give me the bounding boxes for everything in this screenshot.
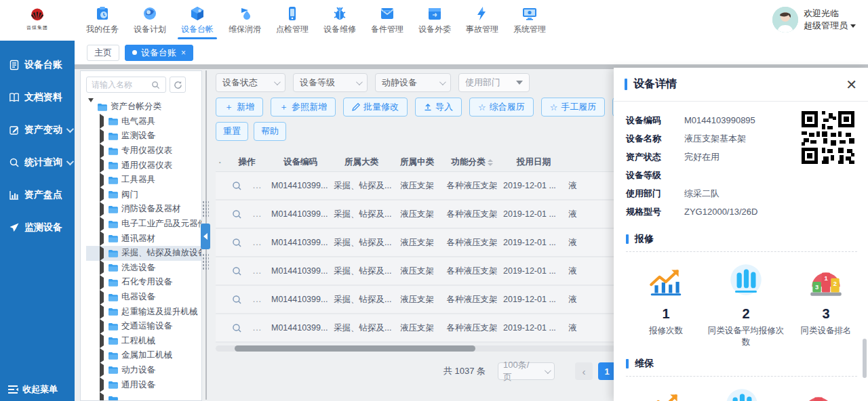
tab-home[interactable]: 主页 xyxy=(87,45,119,61)
nav-equipment-ledger[interactable]: 设备台帐 xyxy=(174,0,221,41)
button-label: 导入 xyxy=(435,101,453,113)
tree-collapse-handle[interactable] xyxy=(201,224,210,249)
view-magnifier-icon[interactable] xyxy=(232,295,242,305)
chevron-down-icon xyxy=(545,367,551,374)
tree-root[interactable]: 资产台帐分类 xyxy=(86,100,201,114)
sidebar-item-asset-change[interactable]: 资产变动 xyxy=(0,114,75,146)
view-magnifier-icon[interactable] xyxy=(232,266,242,276)
outsourcing-icon xyxy=(427,5,443,22)
nav-equipment-plan[interactable]: 设备计划 xyxy=(126,0,174,41)
tree-item[interactable]: 通用设备 xyxy=(86,377,201,392)
nav-accident[interactable]: 事故管理 xyxy=(458,0,506,41)
nav-equipment-repair[interactable]: 设备维修 xyxy=(316,0,363,41)
filter-using-department[interactable]: 使用部门 xyxy=(458,73,530,92)
splitter-grip[interactable] xyxy=(202,200,209,218)
view-magnifier-icon[interactable] xyxy=(232,323,242,333)
tree-item[interactable]: 电子工业产品及元器件 xyxy=(86,217,201,232)
import-button[interactable]: 导入 xyxy=(415,98,462,117)
field-row: 规格型号ZYG12000/13/26D xyxy=(626,203,857,221)
tree-item[interactable]: 通用仪器仪表 xyxy=(86,158,201,173)
cell-func: 各种液压支架 xyxy=(443,266,501,277)
nav-maintenance-lubrication[interactable]: 维保润滑 xyxy=(221,0,269,41)
row-more-actions[interactable]: ... xyxy=(253,181,262,190)
tree-item[interactable]: 金属加工机械 xyxy=(86,348,201,363)
panel-title: 设备详情 xyxy=(633,77,846,91)
reset-button[interactable]: 重置 xyxy=(216,122,248,141)
nav-system[interactable]: 系统管理 xyxy=(506,0,553,41)
tree-item[interactable]: 工具器具 xyxy=(86,173,201,188)
tree-item[interactable]: 阀门 xyxy=(86,188,201,203)
nav-spot-check[interactable]: 点检管理 xyxy=(269,0,316,41)
tree-item[interactable]: 电气器具 xyxy=(86,114,201,129)
tree-item-selected[interactable]: 采掘、钻探及抽放设备 xyxy=(86,246,201,261)
sidebar-item-documents[interactable]: 文档资料 xyxy=(0,81,75,114)
stat-average-repair: 2 同类设备平均报修次数 xyxy=(706,261,786,348)
sidebar-item-statistics-query[interactable]: 统计查询 xyxy=(0,146,75,179)
help-button[interactable]: 帮助 xyxy=(254,122,286,141)
table-row[interactable]: ... M014410399... 采掘、钻探及... 液压支架 各种液压支架 … xyxy=(216,286,616,314)
view-magnifier-icon[interactable] xyxy=(232,238,242,248)
col-func[interactable]: 功能分类 xyxy=(443,156,501,168)
table-row[interactable]: ... M014410399... 采掘、钻探及... 液压支架 各种液压支架 … xyxy=(216,172,616,200)
tree-item[interactable]: 动力设备 xyxy=(86,363,201,378)
filter-equipment-status[interactable]: 设备状态 xyxy=(216,73,285,92)
tree-item[interactable]: 电器设备 xyxy=(86,290,201,305)
view-magnifier-icon[interactable] xyxy=(232,181,242,191)
filter-equipment-level[interactable]: 设备等级 xyxy=(293,73,368,92)
search-icon[interactable] xyxy=(151,81,160,89)
tree-item[interactable]: 消防设备及器材 xyxy=(86,202,201,217)
tree-search-input[interactable] xyxy=(92,80,151,89)
splitter-grip[interactable] xyxy=(202,253,209,271)
tree-item[interactable]: 起重输送及提升机械 xyxy=(86,304,201,319)
cell-major: 采掘、钻探及... xyxy=(332,237,391,249)
tree-item[interactable]: 交通运输设备 xyxy=(86,319,201,334)
table-row[interactable]: ... M014410399... 采掘、钻探及... 液压支架 各种液压支架 … xyxy=(216,257,616,286)
row-more-actions[interactable]: ... xyxy=(253,266,262,276)
add-button[interactable]: ＋新增 xyxy=(216,98,263,117)
caret-expanded-icon[interactable] xyxy=(86,102,96,112)
nav-spare-parts[interactable]: 备件管理 xyxy=(363,0,411,41)
sidebar-item-monitoring-equipment[interactable]: 监测设备 xyxy=(0,211,75,244)
sidebar-item-asset-inventory[interactable]: 资产盘点 xyxy=(0,179,75,211)
comprehensive-history-button[interactable]: ☆综合履历 xyxy=(469,98,534,117)
tree-item[interactable]: 工程机械 xyxy=(86,334,201,349)
table-row[interactable]: ... M014410399... 采掘、钻探及... 液压支架 各种液压支架 … xyxy=(216,200,616,229)
tree-item[interactable]: 石化专用设备 xyxy=(86,275,201,290)
folder-icon xyxy=(108,220,118,228)
user-menu[interactable]: 欢迎光临 超级管理员 xyxy=(772,7,856,33)
table-row[interactable]: ... M014410399... 采掘、钻探及... 液压支架 各种液压支架 … xyxy=(216,229,616,257)
filter-dynamic-static[interactable]: 动静设备 xyxy=(375,73,451,92)
tree-item-partial[interactable] xyxy=(86,392,201,401)
collapse-menu-button[interactable]: 收起菜单 xyxy=(0,383,75,396)
filter-label: 动静设备 xyxy=(382,77,417,89)
prev-page-button[interactable]: ‹ xyxy=(575,362,593,380)
nav-my-tasks[interactable]: 我的任务 xyxy=(79,0,126,41)
row-more-actions[interactable]: ... xyxy=(253,238,262,247)
row-more-actions[interactable]: ... xyxy=(253,323,262,333)
batch-edit-button[interactable]: 批量修改 xyxy=(343,98,408,117)
page-size-select[interactable]: 100条/页 xyxy=(498,362,555,380)
add-by-reference-button[interactable]: ＋参照新增 xyxy=(271,98,336,117)
tab-close-icon[interactable]: × xyxy=(181,48,186,58)
tab-equipment-ledger[interactable]: 设备台账 × xyxy=(125,45,193,61)
sort-icon[interactable] xyxy=(488,159,493,166)
tree-item[interactable]: 通讯器材 xyxy=(86,231,201,246)
cell-major: 采掘、钻探及... xyxy=(332,209,391,220)
tree-item[interactable]: 洗选设备 xyxy=(86,261,201,276)
row-more-actions[interactable]: ... xyxy=(253,209,262,219)
sidebar-item-equipment-ledger[interactable]: 设备台账 xyxy=(0,49,75,81)
tree-item[interactable]: 专用仪器仪表 xyxy=(86,144,201,159)
horizontal-scrollbar[interactable] xyxy=(216,345,616,352)
tree-refresh-button[interactable] xyxy=(170,77,186,93)
scrollbar-thumb[interactable] xyxy=(235,345,475,352)
view-magnifier-icon[interactable] xyxy=(232,209,242,219)
nav-outsourcing[interactable]: 设备外委 xyxy=(411,0,458,41)
row-more-actions[interactable]: ... xyxy=(253,295,262,304)
stat-value: 1 xyxy=(662,306,669,322)
panel-scrollbar-thumb[interactable] xyxy=(863,339,867,378)
bar-chart-icon xyxy=(9,190,20,200)
close-icon[interactable]: ✕ xyxy=(846,78,857,91)
manual-history-button[interactable]: ☆手工履历 xyxy=(541,98,606,117)
tree-item[interactable]: 监测设备 xyxy=(86,129,201,144)
table-row[interactable]: ... M014410399... 采掘、钻探及... 液压支架 各种液压支架 … xyxy=(216,314,616,343)
